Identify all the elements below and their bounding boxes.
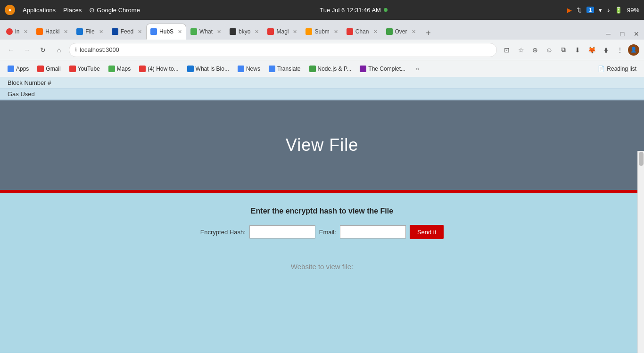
email-label: Email: — [319, 229, 336, 236]
bookmark-youtube[interactable]: YouTube — [66, 63, 104, 75]
tab-over[interactable]: Over ✕ — [382, 24, 420, 40]
reload-button[interactable]: ↻ — [37, 44, 49, 56]
bookmark-translate-label: Translate — [277, 66, 301, 72]
close-button[interactable]: ✕ — [631, 28, 642, 40]
chrome-menu[interactable]: ⊙ Google Chrome — [89, 6, 140, 14]
url-text: localhost:3000 — [80, 46, 119, 53]
vlc-icon: ▶ — [567, 7, 572, 14]
tab-close-hackl[interactable]: ✕ — [64, 29, 68, 35]
tab-close-feed[interactable]: ✕ — [138, 29, 142, 35]
volume-icon: ♪ — [607, 7, 610, 14]
os-menu-button[interactable]: ● — [5, 5, 15, 15]
tab-subm[interactable]: Subm ✕ — [301, 24, 342, 40]
tab-feed[interactable]: Feed ✕ — [107, 24, 146, 40]
tab-chan[interactable]: Chan ✕ — [342, 24, 382, 40]
hero-section: View File — [0, 100, 644, 190]
tab-close-over[interactable]: ✕ — [412, 29, 416, 35]
home-button[interactable]: ⌂ — [53, 44, 65, 56]
page-content: Block Number # Gas Used View File Enter … — [0, 77, 644, 353]
bookmark-whatis-label: What Is Blo... — [196, 66, 229, 72]
tab-magi[interactable]: Magi ✕ — [263, 24, 301, 40]
bookmark-star-icon[interactable]: ☆ — [515, 44, 527, 56]
bookmark-apps-label: Apps — [16, 66, 29, 72]
menu-icon[interactable]: ⋮ — [614, 44, 626, 56]
block-number-bar: Block Number # — [0, 77, 644, 89]
os-system-tray: ▶ ⇅ 1 ▾ ♪ 🔋 99% — [567, 7, 639, 14]
hero-title: View File — [286, 135, 358, 155]
tab-close-file[interactable]: ✕ — [99, 29, 103, 35]
reading-list-button[interactable]: 📄 Reading list — [594, 63, 640, 75]
bookmark-nodejs-label: Node.js & P... — [318, 66, 352, 72]
tab-close-what[interactable]: ✕ — [217, 29, 221, 35]
os-clock: Tue Jul 6 12:31:46 AM — [320, 7, 388, 14]
website-label: Website to view file: — [291, 263, 353, 271]
tab-close-bkyo[interactable]: ✕ — [255, 29, 259, 35]
back-button[interactable]: ← — [5, 44, 17, 56]
bookmark-complete-label: The Complet... — [368, 66, 405, 72]
status-dot — [384, 8, 388, 12]
forward-button[interactable]: → — [21, 44, 33, 56]
battery-icon: 🔋 — [615, 7, 622, 14]
url-bar[interactable]: ℹ localhost:3000 — [69, 43, 497, 57]
save-icon[interactable]: ⬇ — [571, 44, 584, 56]
tab-bkyo[interactable]: bkyo ✕ — [225, 24, 263, 40]
send-button[interactable]: Send it — [410, 225, 444, 239]
bookmark-youtube-label: YouTube — [78, 66, 100, 72]
tab-in[interactable]: in ✕ — [2, 24, 32, 40]
bookmark-nodejs[interactable]: Node.js & P... — [305, 63, 355, 75]
bookmark-news-label: News — [246, 66, 260, 72]
battery-percent: 99% — [627, 7, 639, 14]
bookmark-gmail-label: Gmail — [46, 66, 60, 72]
emoji-icon[interactable]: ☺ — [543, 44, 555, 56]
minimize-button[interactable]: ─ — [603, 28, 614, 40]
bookmark-complete[interactable]: The Complet... — [356, 63, 409, 75]
tab-close-subm[interactable]: ✕ — [334, 29, 338, 35]
form-section: Enter the encryptd hash to view the File… — [0, 193, 644, 353]
fox-icon[interactable]: 🦊 — [586, 44, 598, 56]
bookmark-howto[interactable]: (4) How to... — [135, 63, 182, 75]
tab-hackl[interactable]: Hackl ✕ — [32, 24, 72, 40]
bookmarks-more[interactable]: » — [412, 63, 423, 75]
tab-file[interactable]: File ✕ — [72, 24, 107, 40]
address-bar-icons: ⊡ ☆ ⊕ ☺ ⧉ ⬇ 🦊 ⧫ ⋮ 👤 — [501, 44, 639, 56]
tab-close-magi[interactable]: ✕ — [293, 29, 297, 35]
cast-icon[interactable]: ⊡ — [501, 44, 513, 56]
bookmark-translate[interactable]: Translate — [265, 63, 305, 75]
scroll-thumb[interactable] — [639, 152, 644, 166]
chrome-window: in ✕ Hackl ✕ File ✕ Feed ✕ HubS ✕ — [0, 20, 644, 77]
scrollbar[interactable] — [637, 151, 644, 353]
bookmark-whatis[interactable]: What Is Blo... — [183, 63, 233, 75]
bookmark-howto-label: (4) How to... — [148, 66, 178, 72]
profile-avatar[interactable]: 👤 — [628, 44, 639, 56]
puzzle-icon[interactable]: ⧫ — [600, 44, 612, 56]
block-number-label: Block Number # — [8, 79, 51, 86]
reading-list-label: Reading list — [607, 66, 636, 72]
form-row: Encrypted Hash: Email: Send it — [200, 225, 444, 239]
tab-close-chan[interactable]: ✕ — [373, 29, 378, 35]
places-menu[interactable]: Places — [63, 7, 82, 14]
applications-menu[interactable]: Applications — [23, 7, 56, 14]
tab-bar: in ✕ Hackl ✕ File ✕ Feed ✕ HubS ✕ — [0, 20, 644, 40]
new-tab-button[interactable]: + — [422, 26, 435, 40]
bookmark-maps[interactable]: Maps — [105, 63, 134, 75]
encrypted-hash-label: Encrypted Hash: — [200, 229, 246, 236]
email-input[interactable] — [340, 225, 406, 239]
screen-capture-icon[interactable]: ⊕ — [529, 44, 541, 56]
tab-close-hubs[interactable]: ✕ — [178, 29, 182, 35]
bookmark-maps-label: Maps — [117, 66, 131, 72]
maximize-button[interactable]: □ — [617, 28, 628, 40]
bookmark-apps[interactable]: Apps — [4, 63, 33, 75]
encrypted-hash-input[interactable] — [249, 225, 315, 239]
network-icon: ⇅ — [577, 7, 582, 14]
form-title: Enter the encryptd hash to view the File — [251, 207, 393, 215]
address-bar: ← → ↻ ⌂ ℹ localhost:3000 ⊡ ☆ ⊕ ☺ ⧉ ⬇ 🦊 ⧫… — [0, 40, 644, 60]
extensions-icon[interactable]: ⧉ — [557, 44, 570, 56]
tab-what[interactable]: What ✕ — [186, 24, 225, 40]
tab-hubs[interactable]: HubS ✕ — [146, 24, 186, 40]
gas-used-label: Gas Used — [8, 90, 35, 98]
window-controls: ─ □ ✕ — [603, 28, 642, 40]
bookmark-news[interactable]: News — [234, 63, 264, 75]
bookmark-gmail[interactable]: Gmail — [33, 63, 64, 75]
tab-close-in[interactable]: ✕ — [24, 29, 28, 35]
window-count: 1 — [586, 7, 594, 13]
